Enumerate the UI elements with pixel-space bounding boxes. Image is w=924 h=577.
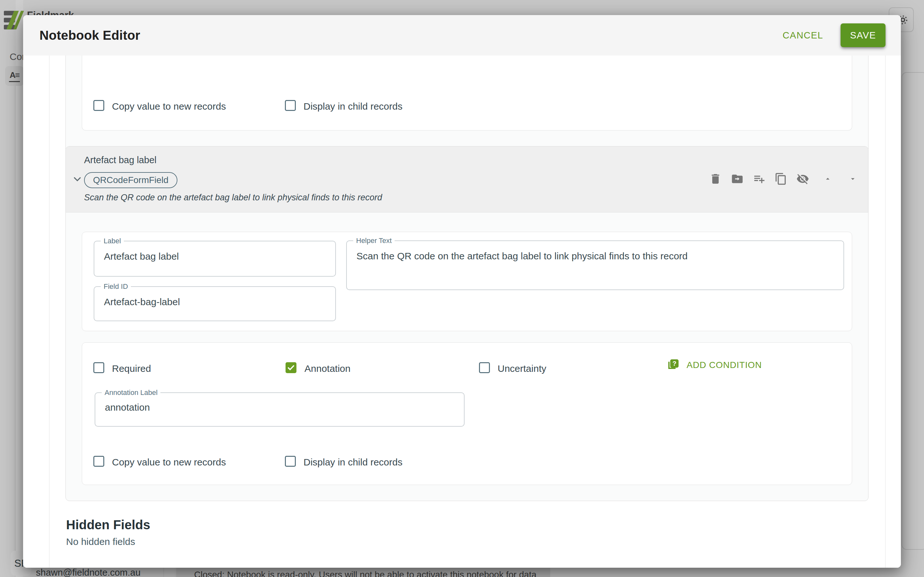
add-condition-label: ADD CONDITION [687, 360, 762, 370]
app-tab-selected[interactable]: A≡ [5, 66, 24, 86]
previous-field-options-card: Copy value to new records Display in chi… [82, 55, 852, 131]
copy-value-checkbox[interactable] [94, 100, 104, 111]
notebook-editor-dialog: Notebook Editor CANCEL SAVE Copy value t… [23, 15, 901, 568]
copy-value-label: Copy value to new records [112, 457, 226, 468]
display-child-checkbox[interactable] [285, 100, 296, 111]
uncertainty-checkbox[interactable] [479, 362, 490, 373]
field-id-legend: Field ID [101, 282, 131, 291]
field-description: Scan the QR code on the artefact bag lab… [84, 193, 382, 203]
dialog-title: Notebook Editor [39, 28, 140, 43]
field-config-card: Label Artefact bag label Helper Text Sca… [82, 232, 852, 331]
field-section-header: Artefact bag label QRCodeFormField Scan … [66, 147, 868, 213]
annotation-label-value: annotation [105, 402, 150, 413]
annotation-label-field[interactable]: Annotation Label annotation [95, 392, 465, 427]
label-field-value: Artefact bag label [104, 251, 179, 262]
add-condition-icon: ? [666, 358, 680, 372]
display-child-checkbox[interactable] [285, 456, 296, 467]
helper-text-legend: Helper Text [353, 237, 395, 245]
add-to-list-icon[interactable] [752, 172, 766, 185]
display-child-label: Display in child records [304, 457, 402, 468]
field-toolbar [709, 172, 857, 185]
cancel-button[interactable]: CANCEL [777, 26, 829, 45]
copy-value-label: Copy value to new records [112, 101, 226, 112]
divider [163, 568, 164, 577]
status-banner: Closed: Notebook is read-only. Users wil… [176, 568, 550, 577]
move-down-icon[interactable] [849, 172, 857, 185]
required-label: Required [112, 363, 151, 374]
helper-text-field[interactable]: Helper Text Scan the QR code on the arte… [346, 240, 844, 290]
screen: Fieldmark Cor A≡ SF shawn@fieldnote.com.… [0, 0, 924, 577]
annotation-label-legend: Annotation Label [102, 388, 160, 397]
dialog-actions: CANCEL SAVE [777, 23, 885, 47]
fieldmark-logo [4, 8, 24, 32]
app-rail-divider [15, 86, 15, 576]
field-name: Artefact bag label [84, 155, 157, 165]
status-banner-text: Closed: Notebook is read-only. Users wil… [194, 570, 550, 577]
move-up-icon[interactable] [824, 172, 832, 185]
dialog-header: Notebook Editor CANCEL SAVE [23, 15, 901, 55]
label-field[interactable]: Label Artefact bag label [94, 241, 336, 277]
hidden-fields-empty: No hidden fields [66, 536, 135, 547]
hidden-fields-title: Hidden Fields [66, 518, 150, 532]
app-right-panel [901, 72, 924, 550]
move-field-icon[interactable] [730, 172, 744, 185]
dialog-body: Copy value to new records Display in chi… [23, 55, 901, 568]
copy-value-checkbox[interactable] [94, 456, 104, 467]
required-checkbox[interactable] [94, 362, 104, 373]
divider [175, 568, 176, 577]
app-left-rail [16, 0, 23, 577]
uncertainty-label: Uncertainty [498, 363, 546, 374]
annotation-checkbox[interactable] [286, 362, 296, 373]
field-id-field[interactable]: Field ID Artefact-bag-label [94, 286, 336, 321]
chevron-down-icon[interactable] [71, 173, 83, 185]
annotation-label: Annotation [304, 363, 351, 374]
helper-text-value: Scan the QR code on the artefact bag lab… [357, 251, 688, 261]
field-section-artefact-bag-label: Artefact bag label QRCodeFormField Scan … [65, 146, 869, 501]
display-child-label: Display in child records [304, 101, 402, 112]
label-field-legend: Label [101, 237, 124, 245]
delete-icon[interactable] [709, 172, 722, 185]
fields-list-container: Copy value to new records Display in chi… [49, 55, 885, 568]
text-field-icon: A≡ [9, 70, 20, 82]
field-id-value: Artefact-bag-label [104, 297, 180, 308]
add-condition-button[interactable]: ? ADD CONDITION [666, 358, 762, 372]
user-email: shawn@fieldnote.com.au [36, 567, 141, 577]
save-button[interactable]: SAVE [841, 23, 885, 47]
duplicate-icon[interactable] [774, 172, 788, 185]
hide-field-icon[interactable] [796, 172, 809, 185]
field-options-card: Required Annotation Uncertainty ? [82, 342, 852, 485]
svg-text:?: ? [672, 360, 676, 367]
field-type-chip: QRCodeFormField [84, 172, 178, 188]
